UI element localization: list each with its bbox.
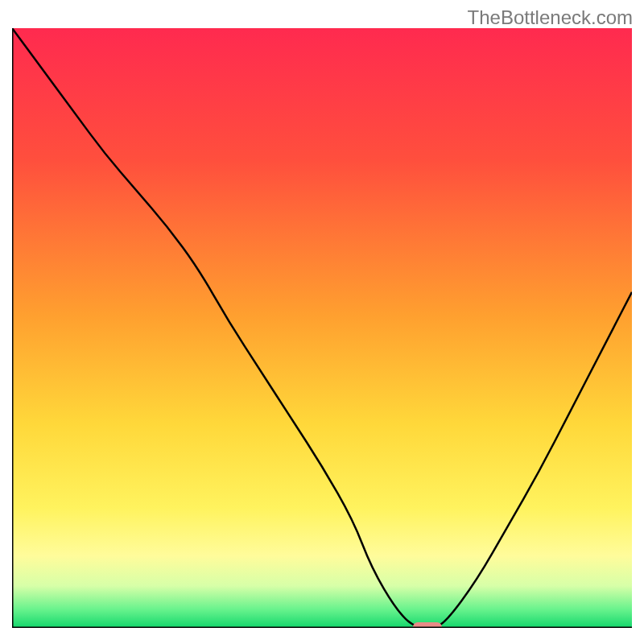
chart-background	[12, 28, 632, 628]
watermark-text: TheBottleneck.com	[468, 6, 633, 29]
bottleneck-chart	[12, 28, 632, 628]
